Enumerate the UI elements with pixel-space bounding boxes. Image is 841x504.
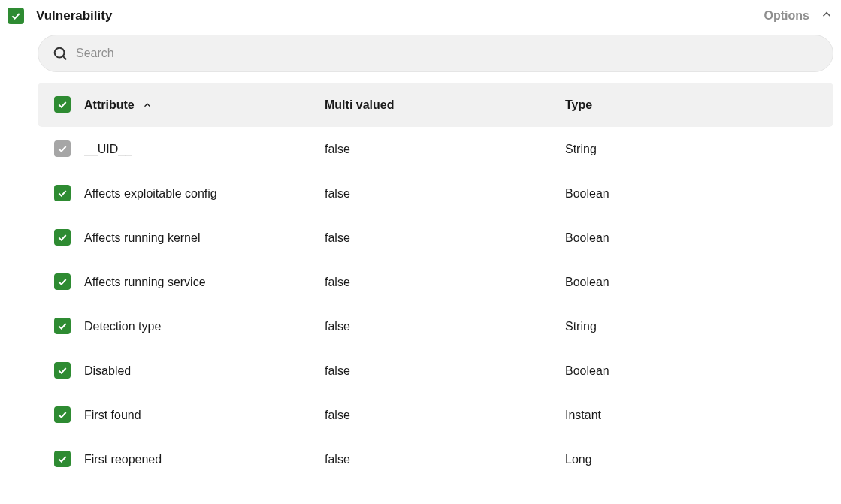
chevron-up-icon	[142, 100, 153, 110]
check-icon	[56, 98, 68, 110]
row-attribute: Affects running service	[84, 276, 325, 289]
options-button[interactable]: Options	[764, 9, 809, 23]
row-type: Boolean	[565, 231, 817, 245]
table-row: Detection typefalseString	[38, 304, 833, 349]
row-attribute: Affects running kernel	[84, 231, 325, 245]
row-type-value: Boolean	[565, 276, 610, 288]
search-input[interactable]	[76, 47, 819, 60]
row-checkbox[interactable]	[54, 362, 71, 379]
row-type-value: Instant	[565, 409, 601, 421]
panel-body: Attribute Multi valued Type __UID__false…	[38, 35, 833, 481]
check-icon	[56, 453, 68, 465]
header-attribute-label: Attribute	[84, 98, 135, 112]
row-type: Instant	[565, 409, 817, 422]
row-checkbox-cell	[54, 185, 84, 202]
row-checkbox[interactable]	[54, 273, 71, 290]
row-multi-valued-value: false	[325, 276, 350, 288]
check-icon	[56, 364, 68, 376]
row-attribute: Affects exploitable config	[84, 187, 325, 201]
panel-title: Vulnerability	[36, 8, 112, 23]
collapse-button[interactable]	[820, 8, 833, 24]
row-type-value: String	[565, 320, 597, 333]
row-multi-valued-value: false	[325, 409, 350, 421]
row-multi-valued: false	[325, 409, 565, 422]
header-multi-valued-label: Multi valued	[325, 98, 394, 111]
table-body: __UID__falseStringAffects exploitable co…	[38, 127, 833, 481]
row-attribute-value: First found	[84, 409, 141, 422]
table-row: Affects running servicefalseBoolean	[38, 260, 833, 304]
row-multi-valued-value: false	[325, 187, 350, 200]
row-checkbox[interactable]	[54, 406, 71, 423]
header-multi-valued[interactable]: Multi valued	[325, 98, 565, 112]
row-type: Long	[565, 453, 817, 466]
table-row: DisabledfalseBoolean	[38, 349, 833, 393]
row-checkbox[interactable]	[54, 229, 71, 246]
row-checkbox-cell	[54, 140, 84, 158]
row-type-value: Boolean	[565, 364, 610, 377]
header-right: Options	[764, 8, 833, 24]
row-multi-valued-value: false	[325, 231, 350, 244]
row-attribute-value: __UID__	[84, 143, 132, 156]
row-multi-valued-value: false	[325, 364, 350, 377]
row-attribute-value: First reopened	[84, 453, 162, 466]
row-attribute: __UID__	[84, 143, 325, 156]
row-checkbox-cell	[54, 318, 84, 335]
svg-point-0	[55, 48, 65, 58]
header-left: Vulnerability	[8, 8, 112, 24]
row-attribute: First found	[84, 409, 325, 422]
header-type-label: Type	[565, 98, 592, 111]
row-multi-valued-value: false	[325, 320, 350, 333]
table-row: Affects exploitable configfalseBoolean	[38, 171, 833, 216]
row-type: Boolean	[565, 187, 817, 201]
check-icon	[10, 10, 22, 22]
row-multi-valued: false	[325, 364, 565, 378]
row-attribute-value: Detection type	[84, 320, 161, 333]
row-checkbox[interactable]	[54, 185, 71, 201]
check-icon	[56, 320, 68, 332]
header-type[interactable]: Type	[565, 98, 817, 112]
check-icon	[56, 143, 68, 155]
row-checkbox-cell	[54, 362, 84, 379]
row-type-value: String	[565, 143, 597, 155]
row-multi-valued: false	[325, 187, 565, 201]
row-multi-valued-value: false	[325, 453, 350, 466]
row-checkbox-cell	[54, 406, 84, 424]
row-attribute-value: Disabled	[84, 364, 131, 378]
header-attribute[interactable]: Attribute	[84, 98, 325, 112]
check-icon	[56, 231, 68, 243]
row-attribute: First reopened	[84, 453, 325, 466]
attribute-table: Attribute Multi valued Type __UID__false…	[38, 83, 833, 481]
row-attribute: Detection type	[84, 320, 325, 333]
header-checkbox-cell	[54, 96, 84, 113]
row-attribute-value: Affects running kernel	[84, 231, 200, 245]
row-type-value: Long	[565, 453, 592, 466]
row-checkbox[interactable]	[54, 318, 71, 334]
row-multi-valued: false	[325, 231, 565, 245]
row-checkbox[interactable]	[54, 140, 71, 157]
row-checkbox-cell	[54, 229, 84, 246]
row-checkbox-cell	[54, 273, 84, 291]
panel-checkbox[interactable]	[8, 8, 24, 24]
row-type: Boolean	[565, 364, 817, 378]
row-multi-valued: false	[325, 453, 565, 466]
row-type: String	[565, 143, 817, 156]
row-checkbox[interactable]	[54, 451, 71, 467]
table-row: First reopenedfalseLong	[38, 437, 833, 481]
table-header: Attribute Multi valued Type	[38, 83, 833, 127]
row-multi-valued: false	[325, 276, 565, 289]
row-type: Boolean	[565, 276, 817, 289]
row-checkbox-cell	[54, 451, 84, 468]
table-row: First foundfalseInstant	[38, 393, 833, 437]
table-row: __UID__falseString	[38, 127, 833, 171]
row-multi-valued: false	[325, 143, 565, 156]
check-icon	[56, 276, 68, 288]
search-field[interactable]	[38, 35, 833, 72]
check-icon	[56, 409, 68, 421]
row-attribute-value: Affects running service	[84, 276, 206, 289]
row-type-value: Boolean	[565, 187, 610, 200]
row-type: String	[565, 320, 817, 333]
row-attribute-value: Affects exploitable config	[84, 187, 217, 201]
search-icon	[52, 45, 68, 62]
check-icon	[56, 187, 68, 199]
select-all-checkbox[interactable]	[54, 96, 71, 113]
